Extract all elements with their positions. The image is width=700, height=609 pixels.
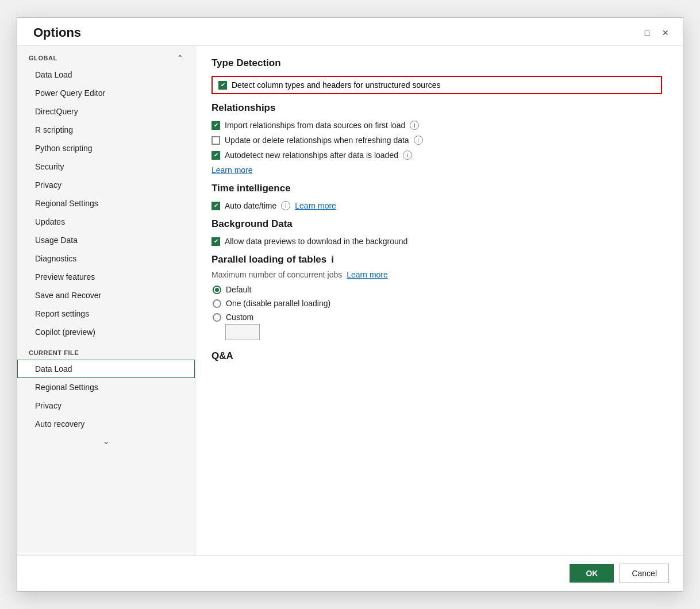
sidebar-item-current-data-load[interactable]: Data Load xyxy=(17,360,195,378)
sidebar-item-regional-settings[interactable]: Regional Settings xyxy=(17,194,195,213)
autodetect-relationships-label: Autodetect new relationships after data … xyxy=(225,151,398,160)
detect-types-checkbox[interactable]: ✔ xyxy=(218,81,227,90)
parallel-learn-more-link[interactable]: Learn more xyxy=(347,270,388,279)
sidebar: GLOBAL ⌃ Data Load Power Query Editor Di… xyxy=(17,46,195,555)
parallel-loading-header: Parallel loading of tables i xyxy=(211,254,662,265)
import-relationships-label: Import relationships from data sources o… xyxy=(225,121,405,130)
update-relationships-label: Update or delete relationships when refr… xyxy=(225,136,409,145)
import-relationships-info-icon[interactable]: i xyxy=(410,121,419,130)
sidebar-item-power-query-editor[interactable]: Power Query Editor xyxy=(17,84,195,102)
update-relationships-info-icon[interactable]: i xyxy=(414,136,423,145)
sidebar-item-diagnostics[interactable]: Diagnostics xyxy=(17,249,195,268)
right-panel: Type Detection ✔ Detect column types and… xyxy=(195,46,683,555)
time-intelligence-learn-more-link[interactable]: Learn more xyxy=(295,201,336,210)
sidebar-item-copilot[interactable]: Copilot (preview) xyxy=(17,323,195,341)
parallel-loading-info-icon[interactable]: i xyxy=(331,254,334,265)
background-data-row: ✔ Allow data previews to download in the… xyxy=(211,237,662,246)
parallel-loading-title: Parallel loading of tables xyxy=(211,254,326,265)
auto-datetime-info-icon[interactable]: i xyxy=(281,201,290,210)
import-relationships-checkbox[interactable]: ✔ xyxy=(211,121,220,130)
relationship-option-3: ✔ Autodetect new relationships after dat… xyxy=(211,151,662,160)
sidebar-item-r-scripting[interactable]: R scripting xyxy=(17,121,195,139)
max-jobs-row: Maximum number of concurrent jobs Learn … xyxy=(211,270,662,279)
dialog-title: Options xyxy=(33,25,81,40)
window-controls: □ ✕ xyxy=(639,25,674,41)
background-data-title: Background Data xyxy=(211,218,662,230)
detect-types-checkmark: ✔ xyxy=(221,82,225,88)
max-jobs-label: Maximum number of concurrent jobs xyxy=(211,270,342,279)
relationships-learn-more-row: Learn more xyxy=(211,165,662,175)
sidebar-scroll-down[interactable]: ⌄ xyxy=(17,433,195,449)
parallel-option-default: Default xyxy=(213,285,662,294)
background-data-label: Allow data previews to download in the b… xyxy=(225,237,407,246)
sidebar-item-current-auto-recovery[interactable]: Auto recovery xyxy=(17,415,195,433)
sidebar-item-privacy[interactable]: Privacy xyxy=(17,176,195,194)
sidebar-item-usage-data[interactable]: Usage Data xyxy=(17,231,195,249)
relationship-option-1: ✔ Import relationships from data sources… xyxy=(211,121,662,130)
time-intelligence-row: ✔ Auto date/time i Learn more xyxy=(211,201,662,210)
sidebar-item-current-regional-settings[interactable]: Regional Settings xyxy=(17,378,195,396)
cancel-button[interactable]: Cancel xyxy=(620,564,669,583)
parallel-loading-radio-group: Default One (disable parallel loading) C… xyxy=(213,285,662,322)
main-content: GLOBAL ⌃ Data Load Power Query Editor Di… xyxy=(17,45,683,555)
time-intelligence-title: Time intelligence xyxy=(211,183,662,194)
title-bar: Options □ ✕ xyxy=(17,18,683,45)
parallel-one-radio[interactable] xyxy=(213,299,221,308)
parallel-default-radio[interactable] xyxy=(213,286,221,294)
update-relationships-checkbox[interactable] xyxy=(211,136,220,145)
parallel-custom-input[interactable] xyxy=(225,324,260,340)
relationships-learn-more-link[interactable]: Learn more xyxy=(211,165,253,175)
sidebar-item-preview-features[interactable]: Preview features xyxy=(17,268,195,286)
sidebar-item-security[interactable]: Security xyxy=(17,157,195,176)
sidebar-item-current-privacy[interactable]: Privacy xyxy=(17,396,195,415)
maximize-button[interactable]: □ xyxy=(639,25,655,41)
sidebar-item-report-settings[interactable]: Report settings xyxy=(17,304,195,323)
auto-datetime-label: Auto date/time xyxy=(225,201,276,210)
parallel-custom-radio[interactable] xyxy=(213,313,221,322)
parallel-option-one: One (disable parallel loading) xyxy=(213,299,662,308)
detect-types-label: Detect column types and headers for unst… xyxy=(232,80,440,90)
current-file-section-header: CURRENT FILE xyxy=(17,341,195,360)
type-detection-title: Type Detection xyxy=(211,57,662,69)
parallel-default-label: Default xyxy=(226,285,251,294)
parallel-one-label: One (disable parallel loading) xyxy=(226,299,330,308)
sidebar-item-save-and-recover[interactable]: Save and Recover xyxy=(17,286,195,304)
parallel-custom-label: Custom xyxy=(226,313,253,322)
sidebar-item-data-load[interactable]: Data Load xyxy=(17,65,195,84)
relationships-title: Relationships xyxy=(211,102,662,114)
sidebar-item-directquery[interactable]: DirectQuery xyxy=(17,102,195,121)
global-section-header: GLOBAL ⌃ xyxy=(17,46,195,65)
qa-title: Q&A xyxy=(211,350,662,362)
background-data-checkbox[interactable]: ✔ xyxy=(211,237,220,246)
options-dialog: Options □ ✕ GLOBAL ⌃ Data Load Power Que… xyxy=(17,17,683,592)
autodetect-relationships-checkbox[interactable]: ✔ xyxy=(211,151,220,160)
ok-button[interactable]: OK xyxy=(570,564,614,583)
global-chevron-icon: ⌃ xyxy=(177,54,183,62)
close-button[interactable]: ✕ xyxy=(657,25,674,41)
relationship-option-2: Update or delete relationships when refr… xyxy=(211,136,662,145)
footer: OK Cancel xyxy=(17,555,683,591)
sidebar-item-updates[interactable]: Updates xyxy=(17,213,195,231)
autodetect-relationships-info-icon[interactable]: i xyxy=(403,151,412,160)
auto-datetime-checkbox[interactable]: ✔ xyxy=(211,202,220,210)
parallel-option-custom: Custom xyxy=(213,313,662,322)
type-detection-highlight-row: ✔ Detect column types and headers for un… xyxy=(211,76,662,94)
sidebar-item-python-scripting[interactable]: Python scripting xyxy=(17,139,195,157)
